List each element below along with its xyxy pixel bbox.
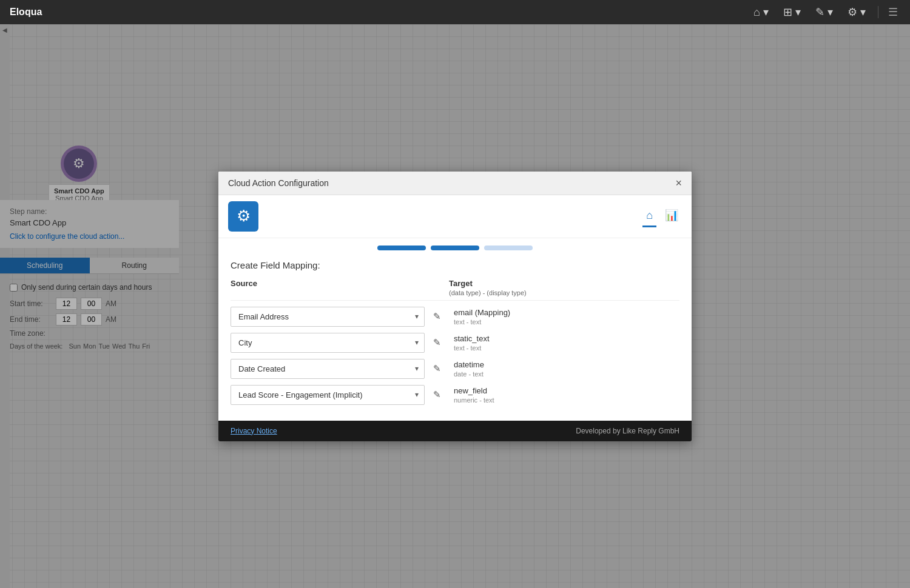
lead-select-wrap: Lead Score - Engagement (Implicit) ▾ [231,385,425,405]
top-nav: Eloqua ⌂ ▾ ⊞ ▾ ✎ ▾ ⚙ ▾ ☰ [0,0,910,24]
modal-title: Cloud Action Configuration [228,178,329,188]
progress-step-3 [484,246,533,250]
modal-dialog: Cloud Action Configuration × ⚙ ⌂ 📊 [218,172,692,441]
city-edit-button[interactable]: ✎ [425,337,449,348]
email-select-wrap: Email Address ▾ [231,307,425,327]
modal-header-icons: ⌂ 📊 [642,205,682,227]
nav-separator [878,6,878,18]
mapping-header: Source Target (data type) - (display typ… [231,279,679,301]
date-target-type: date - text [454,370,679,378]
progress-step-1 [377,246,426,250]
privacy-notice-link[interactable]: Privacy Notice [231,427,277,435]
date-edit-button[interactable]: ✎ [425,363,449,374]
email-target-type: text - text [454,318,679,326]
lead-target-info: new_field numeric - text [449,386,679,404]
modal-logo: ⚙ [228,201,258,232]
lead-edit-button[interactable]: ✎ [425,389,449,400]
mapping-row-email: Email Address ▾ ✎ email (Mapping) text -… [231,307,679,327]
progress-bar [218,238,692,260]
modal-home-button[interactable]: ⌂ [642,205,656,227]
email-source-select[interactable]: Email Address [231,307,425,327]
email-target-info: email (Mapping) text - text [449,308,679,326]
body-spacer [231,411,679,421]
date-source-select[interactable]: Date Created [231,359,425,379]
home-nav-button[interactable]: ⌂ ▾ [749,3,774,21]
settings-nav-button[interactable]: ⚙ ▾ [843,3,871,21]
date-target-name: datetime [454,360,679,369]
city-target-type: text - text [454,344,679,352]
footer-credit: Developed by Like Reply GmbH [576,427,679,435]
edit-column-header [425,279,449,296]
modal-close-button[interactable]: × [675,178,682,189]
email-edit-button[interactable]: ✎ [425,311,449,322]
modal-body: Create Field Mapping: Source Target (dat… [218,260,692,421]
mapping-row-city: City ▾ ✎ static_text text - text [231,333,679,353]
target-header-label: Target [449,279,679,288]
edit-nav-button[interactable]: ✎ ▾ [811,3,838,21]
modal-footer: Privacy Notice Developed by Like Reply G… [218,421,692,441]
mapping-row-date-created: Date Created ▾ ✎ datetime date - text [231,359,679,379]
mapping-row-lead-score: Lead Score - Engagement (Implicit) ▾ ✎ n… [231,385,679,405]
city-target-name: static_text [454,334,679,343]
modal-title-bar: Cloud Action Configuration × [218,172,692,195]
email-target-name: email (Mapping) [454,308,679,317]
target-column-header: Target (data type) - (display type) [449,279,679,296]
city-target-info: static_text text - text [449,334,679,352]
progress-step-2 [431,246,479,250]
canvas-area: ◀ ⚙ Smart CDO App Smart CDO App Step nam… [0,24,910,588]
target-header-sub: (data type) - (display type) [449,289,679,296]
modal-logo-gear-icon: ⚙ [237,207,251,226]
date-select-wrap: Date Created ▾ [231,359,425,379]
lead-target-type: numeric - text [454,396,679,404]
modal-overlay: Cloud Action Configuration × ⚙ ⌂ 📊 [0,24,910,588]
nav-icons: ⌂ ▾ ⊞ ▾ ✎ ▾ ⚙ ▾ ☰ [749,3,900,21]
modal-chart-button[interactable]: 📊 [661,205,682,227]
section-title: Create Field Mapping: [231,260,679,270]
lead-target-name: new_field [454,386,679,395]
lead-source-select[interactable]: Lead Score - Engagement (Implicit) [231,385,425,405]
user-icon: ☰ [886,3,900,21]
grid-nav-button[interactable]: ⊞ ▾ [778,3,806,21]
modal-header-row: ⚙ ⌂ 📊 [218,195,692,238]
brand-logo: Eloqua [10,7,749,18]
city-select-wrap: City ▾ [231,333,425,353]
source-column-header: Source [231,279,425,296]
date-target-info: datetime date - text [449,360,679,378]
city-source-select[interactable]: City [231,333,425,353]
